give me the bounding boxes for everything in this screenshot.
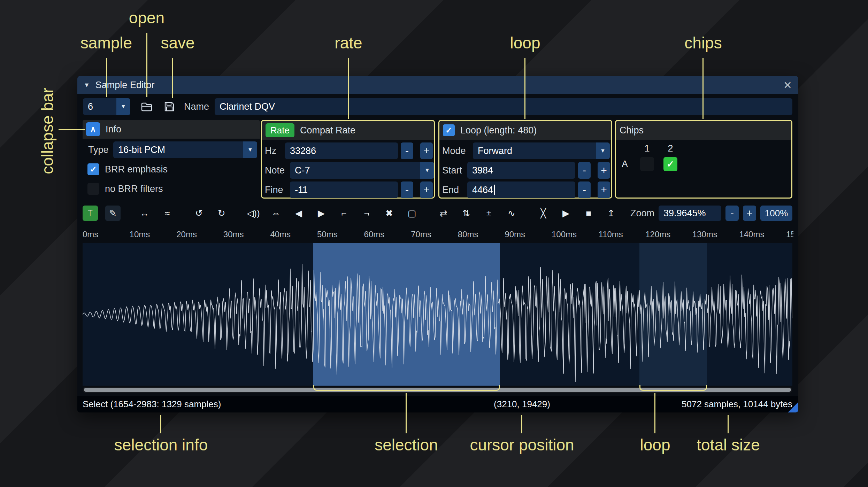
fine-increase-button[interactable]: + bbox=[420, 181, 433, 198]
close-button[interactable]: ✕ bbox=[783, 79, 792, 91]
annotation-line-loop bbox=[524, 58, 525, 119]
create-wavetable-button[interactable]: ↥ bbox=[604, 206, 619, 221]
loop-end-increase-button[interactable]: + bbox=[598, 181, 610, 198]
brr-emphasis-checkbox[interactable]: ✓ bbox=[87, 163, 99, 175]
apply-silence-button[interactable]: ¬ bbox=[359, 206, 374, 221]
open-button[interactable] bbox=[138, 98, 155, 115]
chevron-down-icon: ▼ bbox=[420, 162, 434, 179]
delete-button[interactable]: ✖ bbox=[382, 206, 397, 221]
preview-sample-icon: ▶ bbox=[562, 208, 569, 219]
loop-enable-checkbox[interactable]: ✓ bbox=[443, 124, 455, 136]
trim-button[interactable]: ▢ bbox=[404, 206, 420, 221]
filter-button[interactable]: ∿ bbox=[504, 206, 519, 221]
annotation-line-sample bbox=[106, 58, 107, 97]
zoom-reset-button[interactable]: 100% bbox=[760, 206, 792, 221]
chip-a2-checkbox[interactable]: ✓ bbox=[663, 157, 677, 171]
preview-sample-button[interactable]: ▶ bbox=[558, 206, 574, 221]
sample-number-select[interactable]: 6 ▼ bbox=[83, 98, 130, 115]
insert-silence-button[interactable]: ⌐ bbox=[336, 206, 352, 221]
delete-icon: ✖ bbox=[385, 208, 393, 219]
note-label: Note bbox=[265, 162, 285, 179]
annotation-line-collapse-bar bbox=[59, 129, 85, 130]
save-floppy-icon bbox=[164, 101, 175, 112]
rate-panel: Rate Compat Rate Hz 33286 - + Note C-7 ▼… bbox=[261, 120, 435, 199]
fade-in-button[interactable]: ◀ bbox=[291, 206, 306, 221]
timeline-label: 70ms bbox=[411, 230, 431, 239]
timeline-label: 130ms bbox=[692, 230, 717, 239]
annotation-loop: loop bbox=[510, 33, 540, 52]
stop-preview-icon: ■ bbox=[586, 208, 591, 219]
signed-unsigned-button[interactable]: ± bbox=[481, 206, 497, 221]
timeline-label: 30ms bbox=[223, 230, 244, 239]
hz-decrease-button[interactable]: - bbox=[401, 142, 413, 159]
loop-start-input[interactable]: 3984 bbox=[467, 162, 575, 179]
signed-unsigned-icon: ± bbox=[486, 208, 491, 219]
timeline-label: 150ms bbox=[786, 230, 793, 239]
waveform-display[interactable] bbox=[83, 243, 792, 386]
hz-input[interactable]: 33286 bbox=[285, 142, 398, 159]
fine-input[interactable]: -11 bbox=[290, 181, 398, 198]
fade-out-icon: ▶ bbox=[318, 208, 325, 219]
redo-button[interactable]: ↻ bbox=[214, 206, 229, 221]
annotation-total-size: total size bbox=[697, 435, 760, 454]
save-button[interactable] bbox=[161, 98, 178, 115]
zoom-controls: Zoom 39.9645% - + 100% bbox=[630, 206, 792, 221]
stop-preview-button[interactable]: ■ bbox=[581, 206, 596, 221]
loop-mode-select[interactable]: Forward ▼ bbox=[473, 142, 610, 159]
note-select[interactable]: C-7 ▼ bbox=[290, 162, 434, 179]
sample-editor-window: ▼ Sample Editor ✕ 6 ▼ Name Clarinet DQV … bbox=[77, 76, 798, 412]
amplify-button[interactable]: ◁)) bbox=[246, 206, 261, 221]
chip-a1-checkbox[interactable] bbox=[640, 157, 654, 171]
loop-end-input[interactable]: 4464 bbox=[467, 181, 575, 198]
select-tool-button[interactable]: ⌶ bbox=[83, 206, 98, 221]
annotation-selection: selection bbox=[375, 435, 438, 454]
note-value: C-7 bbox=[290, 165, 310, 176]
timeline-label: 0ms bbox=[83, 230, 98, 239]
annotation-line-loop-bottom bbox=[654, 393, 655, 433]
sample-name-input[interactable]: Clarinet DQV bbox=[215, 98, 792, 115]
timeline-label: 90ms bbox=[505, 230, 525, 239]
loop-end-decrease-button[interactable]: - bbox=[578, 181, 591, 198]
normalize-button[interactable]: ⇔ bbox=[268, 206, 284, 221]
draw-tool-icon: ✎ bbox=[109, 208, 117, 219]
undo-button[interactable]: ↺ bbox=[191, 206, 207, 221]
undo-icon: ↺ bbox=[195, 208, 203, 219]
window-resize-grip[interactable] bbox=[788, 402, 798, 412]
waveform-plot bbox=[83, 243, 792, 386]
chips-panel-header: Chips bbox=[616, 121, 791, 140]
status-selection-info: Select (1654-2983: 1329 samples) bbox=[83, 396, 221, 412]
rate-panel-header: Rate Compat Rate bbox=[262, 121, 434, 140]
loop-mode-value: Forward bbox=[473, 146, 512, 156]
loop-start-decrease-button[interactable]: - bbox=[578, 162, 591, 179]
zoom-in-button[interactable]: + bbox=[743, 206, 756, 221]
annotation-sample: sample bbox=[80, 33, 132, 52]
sample-type-select[interactable]: 16-bit PCM ▼ bbox=[113, 141, 257, 158]
timeline-label: 20ms bbox=[176, 230, 197, 239]
zoom-input[interactable]: 39.9645% bbox=[659, 206, 721, 221]
annotation-line-save bbox=[172, 58, 173, 98]
fade-out-button[interactable]: ▶ bbox=[314, 206, 329, 221]
annotation-line-cursor-position bbox=[521, 415, 522, 433]
reverse-button[interactable]: ⇄ bbox=[436, 206, 451, 221]
chevron-down-icon: ▼ bbox=[596, 142, 610, 159]
fine-label: Fine bbox=[265, 181, 283, 198]
draw-tool-button[interactable]: ✎ bbox=[105, 206, 121, 221]
info-collapse-button[interactable]: ∧ bbox=[86, 122, 100, 136]
fine-decrease-button[interactable]: - bbox=[401, 181, 413, 198]
zoom-out-button[interactable]: - bbox=[725, 206, 739, 221]
hz-increase-button[interactable]: + bbox=[420, 142, 433, 159]
loop-mode-label: Mode bbox=[442, 142, 466, 159]
annotation-line-chips bbox=[702, 58, 704, 119]
loop-start-increase-button[interactable]: + bbox=[598, 162, 610, 179]
loop-panel: ✓ Loop (length: 480) Mode Forward ▼ Star… bbox=[438, 120, 612, 199]
resample-button[interactable]: ≈ bbox=[160, 206, 175, 221]
info-panel: ∧ Info Type 16-bit PCM ▼ ✓ BRR emphasis … bbox=[83, 120, 260, 199]
crossfade-icon: ╳ bbox=[540, 208, 546, 219]
resize-button[interactable]: ↔ bbox=[137, 206, 152, 221]
crossfade-button[interactable]: ╳ bbox=[536, 206, 551, 221]
no-brr-filters-checkbox[interactable] bbox=[87, 183, 99, 195]
rate-mode-button[interactable]: Rate bbox=[266, 123, 294, 137]
invert-button[interactable]: ⇅ bbox=[459, 206, 474, 221]
window-collapse-icon[interactable]: ▼ bbox=[84, 82, 90, 89]
loop-panel-header: ✓ Loop (length: 480) bbox=[439, 121, 611, 140]
